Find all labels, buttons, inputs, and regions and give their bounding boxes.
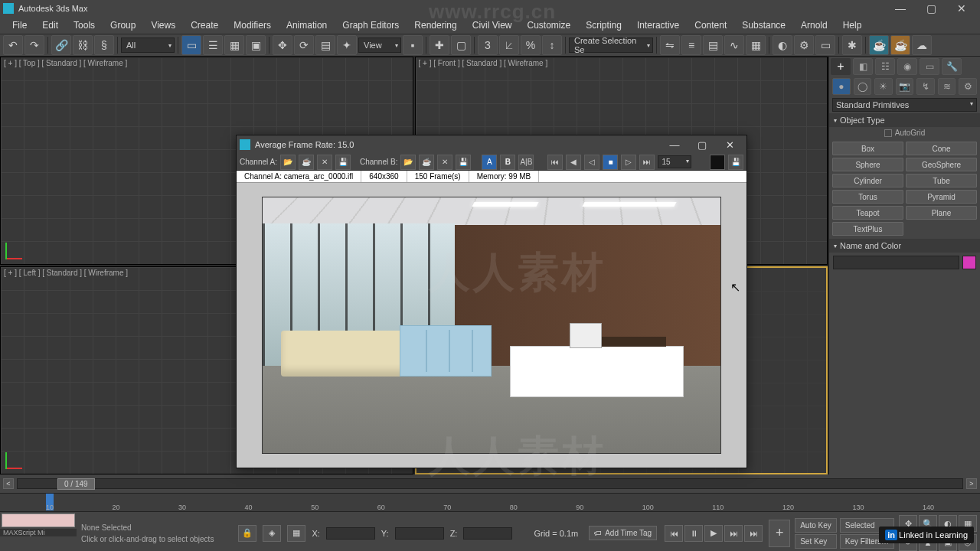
cameras-icon[interactable]: 📷 — [896, 78, 914, 95]
chb-open-icon[interactable]: 📂 — [400, 155, 416, 170]
helpers-icon[interactable]: ↯ — [916, 78, 935, 95]
auto-key-button[interactable]: Auto Key — [795, 518, 837, 533]
goto-first-icon[interactable]: ⏮ — [547, 155, 563, 170]
menu-arnold[interactable]: Arnold — [793, 18, 835, 33]
prim-box[interactable]: Box — [832, 142, 903, 155]
cha-close-icon[interactable]: ✕ — [317, 155, 332, 170]
snap-toggle-icon[interactable]: 3 — [478, 35, 498, 55]
goto-last-icon[interactable]: ⏭ — [639, 155, 655, 170]
menu-file[interactable]: File — [5, 18, 34, 33]
menu-content[interactable]: Content — [687, 18, 734, 33]
menu-scripting[interactable]: Scripting — [578, 18, 629, 33]
menu-interactive[interactable]: Interactive — [629, 18, 687, 33]
prim-sphere[interactable]: Sphere — [832, 158, 903, 171]
play-icon[interactable]: ▶ — [704, 525, 723, 542]
isolate-icon[interactable]: ◈ — [263, 525, 281, 542]
step-back-icon[interactable]: ◀ — [566, 155, 581, 170]
set-key-button[interactable]: Set Key — [795, 534, 837, 549]
redo-icon[interactable]: ↷ — [24, 35, 44, 55]
prim-tube[interactable]: Tube — [906, 174, 977, 187]
prev-frame-icon[interactable]: ⏸ — [684, 525, 703, 542]
autogrid-checkbox[interactable]: AutoGrid — [829, 127, 980, 139]
manip-icon[interactable]: ✚ — [430, 35, 449, 55]
systems-icon[interactable]: ⚙ — [959, 78, 977, 95]
cha-teapot-icon[interactable]: ☕ — [299, 155, 314, 170]
particles-icon[interactable]: ✱ — [842, 35, 862, 55]
spinner-snap-icon[interactable]: ↕ — [542, 35, 562, 55]
prim-textplus[interactable]: TextPlus — [832, 222, 903, 236]
add-time-tag[interactable]: 🏷Add Time Tag — [589, 526, 657, 540]
prim-pyramid[interactable]: Pyramid — [906, 190, 977, 204]
prim-teapot[interactable]: Teapot — [832, 206, 903, 220]
display-tab-icon[interactable]: ▭ — [920, 58, 939, 75]
play-rev-icon[interactable]: ◁ — [584, 155, 599, 170]
time-prev-btn[interactable]: < — [3, 478, 14, 489]
color-swatch[interactable] — [710, 155, 725, 170]
spacewarps-icon[interactable]: ≋ — [938, 78, 956, 95]
maximize-button[interactable]: ▢ — [916, 0, 946, 17]
popup-close[interactable]: ✕ — [716, 135, 743, 154]
prim-plane[interactable]: Plane — [906, 206, 977, 220]
minimize-button[interactable]: — — [885, 0, 916, 17]
mirror-icon[interactable]: ⇋ — [660, 35, 680, 55]
move-icon[interactable]: ✥ — [273, 35, 292, 55]
z-input[interactable] — [463, 527, 512, 540]
menu-customize[interactable]: Customize — [520, 18, 579, 33]
next-frame-icon[interactable]: ⏭ — [724, 525, 743, 542]
layers-icon[interactable]: ▤ — [703, 35, 723, 55]
geometry-icon[interactable]: ● — [832, 78, 851, 95]
time-knob[interactable]: 0 / 149 — [57, 478, 95, 490]
prim-geosphere[interactable]: GeoSphere — [906, 158, 977, 171]
placement-icon[interactable]: ✦ — [337, 35, 357, 55]
menu-edit[interactable]: Edit — [34, 18, 66, 33]
object-type-header[interactable]: Object Type — [829, 113, 980, 127]
maxscript-mini[interactable]: MAXScript Mi — [0, 529, 77, 536]
fps-dropdown[interactable]: 15 — [658, 155, 691, 168]
menu-views[interactable]: Views — [143, 18, 183, 33]
named-selection-dropdown[interactable]: Create Selection Se — [569, 37, 653, 53]
link-icon[interactable]: 🔗 — [51, 35, 71, 55]
align-icon[interactable]: ≡ — [681, 35, 701, 55]
popup-minimize[interactable]: — — [661, 135, 688, 154]
channel-b-toggle[interactable]: B — [500, 155, 515, 170]
prim-torus[interactable]: Torus — [832, 190, 903, 204]
goto-end-icon[interactable]: ⏭ — [744, 525, 763, 542]
keymode-icon[interactable]: ▢ — [451, 35, 471, 55]
menu-group[interactable]: Group — [103, 18, 143, 33]
lights-icon[interactable]: ☀ — [874, 78, 893, 95]
selection-filter-dropdown[interactable]: All — [121, 37, 175, 53]
lock-icon[interactable]: 🔒 — [238, 525, 256, 542]
time-slider[interactable]: 0 / 149 — [17, 478, 963, 489]
window-crossing-icon[interactable]: ▣ — [246, 35, 266, 55]
y-input[interactable] — [395, 527, 444, 540]
play-fwd-icon[interactable]: ▷ — [621, 155, 636, 170]
motion-tab-icon[interactable]: ◉ — [897, 58, 917, 75]
menu-create[interactable]: Create — [183, 18, 226, 33]
category-dropdown[interactable]: Standard Primitives — [832, 98, 977, 112]
select-name-icon[interactable]: ☰ — [203, 35, 223, 55]
modify-tab-icon[interactable]: ◧ — [853, 58, 873, 75]
menu-animation[interactable]: Animation — [279, 18, 335, 33]
key-plus-icon[interactable]: + — [769, 520, 790, 547]
chb-teapot-icon[interactable]: ☕ — [419, 155, 434, 170]
bind-icon[interactable]: § — [94, 35, 114, 55]
time-next-btn[interactable]: > — [966, 478, 977, 489]
goto-start-icon[interactable]: ⏮ — [665, 525, 683, 542]
percent-snap-icon[interactable]: % — [521, 35, 541, 55]
menu-substance[interactable]: Substance — [734, 18, 793, 33]
cha-open-icon[interactable]: 📂 — [280, 155, 296, 170]
menu-rendering[interactable]: Rendering — [407, 18, 464, 33]
menu-tools[interactable]: Tools — [66, 18, 103, 33]
menu-civilview[interactable]: Civil View — [465, 18, 520, 33]
menu-help[interactable]: Help — [835, 18, 870, 33]
menu-modifiers[interactable]: Modifiers — [226, 18, 279, 33]
refcoord-dropdown[interactable]: View — [358, 37, 401, 53]
channel-a-toggle[interactable]: A — [482, 155, 497, 170]
scale-icon[interactable]: ▤ — [315, 35, 335, 55]
sel-lock-icon[interactable]: ▦ — [287, 525, 305, 542]
save-frame-icon[interactable]: 💾 — [728, 155, 743, 170]
curve-editor-icon[interactable]: ∿ — [724, 35, 744, 55]
name-color-header[interactable]: Name and Color — [829, 239, 980, 253]
render-setup-icon[interactable]: ⚙ — [794, 35, 814, 55]
object-name-input[interactable] — [833, 256, 959, 269]
